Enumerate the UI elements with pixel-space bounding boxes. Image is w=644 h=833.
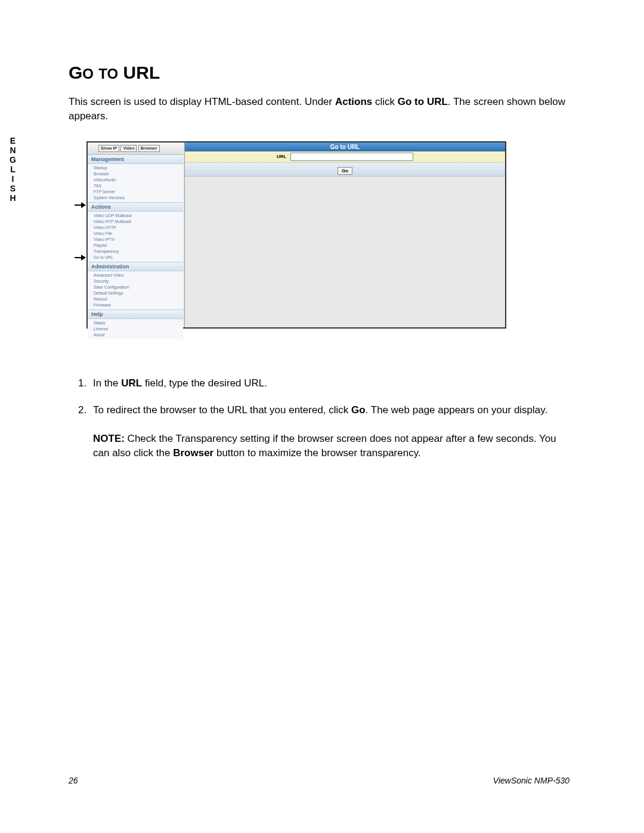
language-tab: E N G L I S H bbox=[6, 136, 20, 203]
nav-save-config[interactable]: Save Configuration bbox=[92, 284, 183, 290]
screenshot: Show IP Video Browser Management Startup… bbox=[86, 141, 506, 329]
section-administration: Administration bbox=[88, 262, 183, 271]
nav-system-services[interactable]: System Services bbox=[92, 195, 183, 201]
arrow-icon bbox=[75, 255, 86, 261]
nav-video-audio[interactable]: Video/Audio bbox=[92, 177, 183, 183]
page-number: 26 bbox=[69, 776, 78, 785]
nav-security[interactable]: Security bbox=[92, 278, 183, 284]
browser-button[interactable]: Browser bbox=[138, 145, 160, 152]
step-2: To redirect the browser to the URL that … bbox=[89, 403, 569, 460]
instructions-list: In the URL field, type the desired URL. … bbox=[69, 376, 569, 460]
nav-video-http[interactable]: Video HTTP bbox=[92, 225, 183, 231]
go-button[interactable]: Go bbox=[338, 167, 352, 175]
nav-firmware[interactable]: Firmware bbox=[92, 302, 183, 308]
screenshot-main: Go to URL URL Go bbox=[184, 143, 505, 327]
section-actions: Actions bbox=[88, 202, 183, 212]
url-label: URL bbox=[277, 154, 286, 159]
page-title: GO TO URL bbox=[69, 63, 569, 83]
page-footer: 26 ViewSonic NMP-530 bbox=[69, 776, 569, 785]
nav-video-iptv[interactable]: Video IPTV bbox=[92, 237, 183, 243]
screenshot-sidebar: Show IP Video Browser Management Startup… bbox=[88, 143, 183, 327]
nav-license[interactable]: License bbox=[92, 326, 183, 332]
nav-default-settings[interactable]: Default Settings bbox=[92, 290, 183, 296]
intro-paragraph: This screen is used to display HTML-base… bbox=[69, 95, 569, 123]
nav-video-file[interactable]: Video File bbox=[92, 231, 183, 237]
panel-title: Go to URL bbox=[185, 143, 505, 151]
nav-go-to-url[interactable]: Go to URL bbox=[92, 255, 183, 261]
video-button[interactable]: Video bbox=[120, 145, 137, 152]
nav-ftp-server[interactable]: FTP Server bbox=[92, 189, 183, 195]
arrow-icon bbox=[75, 202, 86, 208]
url-input[interactable] bbox=[290, 153, 413, 161]
nav-reboot[interactable]: Reboot bbox=[92, 296, 183, 302]
nav-startup[interactable]: Startup bbox=[92, 165, 183, 171]
nav-status[interactable]: Status bbox=[92, 320, 183, 326]
nav-video-udp[interactable]: Video UDP Multicast bbox=[92, 213, 183, 219]
doc-name: ViewSonic NMP-530 bbox=[493, 776, 569, 785]
nav-browser[interactable]: Browser bbox=[92, 171, 183, 177]
nav-video-rtp[interactable]: Video RTP Multicast bbox=[92, 219, 183, 225]
nav-playlist[interactable]: Playlist bbox=[92, 243, 183, 249]
section-management: Management bbox=[88, 154, 183, 164]
step-1: In the URL field, type the desired URL. bbox=[89, 376, 569, 391]
screenshot-top-buttons: Show IP Video Browser bbox=[88, 143, 183, 154]
nav-transparency[interactable]: Transparency bbox=[92, 249, 183, 255]
show-ip-button[interactable]: Show IP bbox=[98, 145, 119, 152]
nav-advanced-video[interactable]: Advanced Video bbox=[92, 272, 183, 278]
url-row: URL bbox=[185, 151, 505, 163]
nav-tas[interactable]: TAS bbox=[92, 183, 183, 189]
section-help: Help bbox=[88, 309, 183, 319]
nav-about[interactable]: About bbox=[92, 332, 183, 338]
